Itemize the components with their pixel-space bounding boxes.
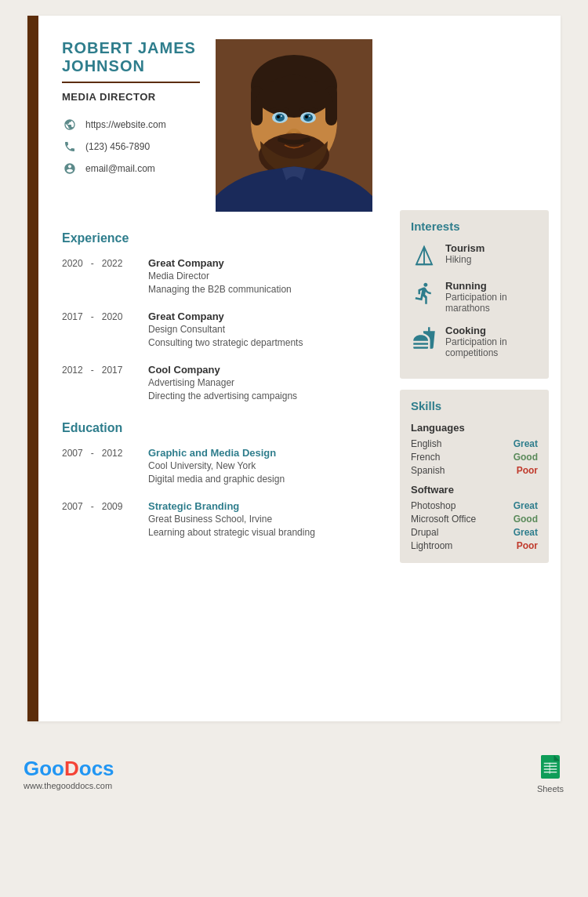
interest-tourism: Tourism Hiking	[411, 242, 538, 269]
svg-point-11	[281, 115, 282, 117]
edu-school-2: Strategic Branding	[148, 500, 372, 512]
cooking-sub: Participation in competitions	[445, 336, 538, 358]
footer-brand: GooDocs www.thegooddocs.com	[24, 757, 114, 790]
skill-name-photoshop: Photoshop	[411, 500, 456, 511]
exp-dates-3: 2012 - 2017	[62, 364, 148, 401]
skill-name-lightroom: Lightroom	[411, 540, 452, 551]
skill-name-drupal: Drupal	[411, 527, 438, 538]
sheets-icon-area: Sheets	[536, 753, 564, 794]
edu-details-1: Graphic and Media Design Cool University…	[148, 447, 372, 485]
skill-level-french: Good	[514, 452, 538, 463]
skill-spanish: Spanish Poor	[411, 465, 538, 476]
header-section: ROBERT JAMES JOHNSON MEDIA DIRECTOR h	[62, 39, 372, 212]
contact-phone: (123) 456-7890	[62, 139, 200, 154]
logo-goo: Goo	[24, 757, 64, 780]
sheets-svg-icon	[536, 753, 564, 781]
education-entry-2: 2007 - 2009 Strategic Branding Great Bus…	[62, 500, 372, 538]
skill-level-lightroom: Poor	[517, 540, 538, 551]
interests-section: Interests	[400, 210, 549, 379]
photo-spacer	[400, 24, 549, 204]
exp-company-3: Cool Company	[148, 364, 372, 376]
skill-drupal: Drupal Great	[411, 527, 538, 538]
skill-name-french: French	[411, 452, 440, 463]
skills-section: Skills Languages English Great French Go…	[400, 390, 549, 563]
content-area: ROBERT JAMES JOHNSON MEDIA DIRECTOR h	[38, 16, 561, 597]
education-section-title: Education	[62, 421, 372, 435]
skill-english: English Great	[411, 438, 538, 449]
svg-point-8	[303, 114, 313, 122]
left-accent-bar	[27, 16, 38, 721]
skill-name-english: English	[411, 438, 441, 449]
skill-level-photoshop: Great	[514, 500, 538, 511]
exp-role-3: Advertising Manager	[148, 377, 372, 388]
experience-entry-2: 2017 - 2020 Great Company Design Consult…	[62, 310, 372, 348]
cooking-main: Cooking	[445, 325, 538, 336]
contact-website: https://website.com	[62, 117, 200, 133]
experience-section-title: Experience	[62, 231, 372, 245]
edu-dates-2: 2007 - 2009	[62, 500, 148, 538]
interests-title: Interests	[411, 220, 538, 233]
exp-role-1: Media Director	[148, 271, 372, 281]
job-title: MEDIA DIRECTOR	[62, 91, 200, 103]
interest-cooking: Cooking Participation in competitions	[411, 325, 538, 358]
skill-msoffice: Microsoft Office Good	[411, 514, 538, 525]
tourism-main: Tourism	[445, 242, 538, 254]
phone-text: (123) 456-7890	[85, 141, 150, 152]
skill-level-msoffice: Good	[514, 514, 538, 525]
contact-email: email@mail.com	[62, 161, 200, 176]
name-divider	[62, 82, 200, 83]
website-text: https://website.com	[85, 119, 166, 130]
edu-desc-2: Learning about strategic visual branding	[148, 527, 372, 538]
candidate-name: ROBERT JAMES JOHNSON	[62, 39, 200, 75]
edu-institution-1: Cool University, New York	[148, 460, 372, 471]
skill-photoshop: Photoshop Great	[411, 500, 538, 511]
exp-dates-1: 2020 - 2022	[62, 257, 148, 295]
skill-level-english: Great	[514, 438, 538, 449]
logo-ocs: ocs	[79, 757, 114, 780]
exp-desc-2: Consulting two strategic departments	[148, 337, 372, 348]
exp-details-3: Cool Company Advertising Manager Directi…	[148, 364, 372, 401]
cooking-icon	[411, 325, 437, 351]
skill-level-drupal: Great	[514, 527, 538, 538]
tourism-sub: Hiking	[445, 254, 538, 265]
edu-desc-1: Digital media and graphic design	[148, 474, 372, 485]
running-main: Running	[445, 280, 538, 292]
svg-rect-26	[550, 763, 551, 774]
resume-card: ROBERT JAMES JOHNSON MEDIA DIRECTOR h	[27, 16, 561, 721]
left-column: ROBERT JAMES JOHNSON MEDIA DIRECTOR h	[38, 16, 388, 597]
page-wrapper: ROBERT JAMES JOHNSON MEDIA DIRECTOR h	[0, 0, 588, 897]
running-icon	[411, 280, 437, 307]
email-icon	[62, 161, 78, 176]
skill-name-spanish: Spanish	[411, 465, 445, 476]
footer-url: www.thegooddocs.com	[24, 781, 114, 790]
exp-role-2: Design Consultant	[148, 324, 372, 335]
header-text: ROBERT JAMES JOHNSON MEDIA DIRECTOR h	[62, 39, 200, 183]
tent-icon	[411, 242, 437, 269]
cooking-text: Cooking Participation in competitions	[445, 325, 538, 358]
exp-company-2: Great Company	[148, 310, 372, 322]
globe-icon	[62, 117, 78, 133]
edu-school-1: Graphic and Media Design	[148, 447, 372, 459]
contact-list: https://website.com (123) 456-7890	[62, 117, 200, 176]
skill-name-msoffice: Microsoft Office	[411, 514, 476, 525]
skill-lightroom: Lightroom Poor	[411, 540, 538, 551]
phone-icon	[62, 139, 78, 154]
svg-point-10	[305, 115, 308, 118]
running-sub: Participation in marathons	[445, 292, 538, 314]
logo-d: D	[64, 757, 79, 780]
exp-company-1: Great Company	[148, 257, 372, 269]
experience-entry-3: 2012 - 2017 Cool Company Advertising Man…	[62, 364, 372, 401]
skills-title: Skills	[411, 399, 538, 412]
svg-point-7	[275, 114, 285, 122]
exp-details-1: Great Company Media Director Managing th…	[148, 257, 372, 295]
skill-french: French Good	[411, 452, 538, 463]
candidate-photo	[216, 39, 372, 212]
svg-point-12	[309, 115, 310, 117]
exp-dates-2: 2017 - 2020	[62, 310, 148, 348]
exp-desc-3: Directing the advertising campaigns	[148, 390, 372, 401]
email-text: email@mail.com	[85, 163, 155, 174]
sheets-label: Sheets	[537, 784, 564, 794]
exp-details-2: Great Company Design Consultant Consulti…	[148, 310, 372, 348]
edu-dates-1: 2007 - 2012	[62, 447, 148, 485]
experience-entry-1: 2020 - 2022 Great Company Media Director…	[62, 257, 372, 295]
